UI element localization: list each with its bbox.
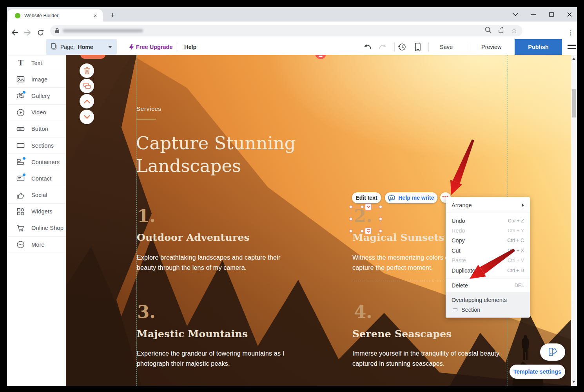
publish-button[interactable]: Publish — [515, 39, 562, 55]
selection-handle[interactable] — [379, 205, 382, 208]
contact-icon — [16, 174, 25, 182]
chevron-down-icon — [84, 115, 90, 119]
drag-down-handle[interactable] — [365, 228, 372, 234]
site-favicon — [15, 13, 20, 18]
feature-number[interactable]: 3. — [137, 302, 156, 322]
page-dropdown-caret-icon — [108, 46, 112, 48]
containers-icon — [16, 158, 25, 166]
chevron-up-icon — [84, 99, 90, 103]
window-maximize-icon[interactable] — [547, 10, 556, 19]
bookmark-star-icon[interactable]: ☆ — [511, 27, 517, 34]
template-settings-button[interactable]: Template settings — [510, 365, 565, 379]
zoom-icon[interactable] — [485, 27, 492, 35]
feature-number[interactable]: 1. — [137, 206, 156, 226]
feature-title[interactable]: Majestic Mountains — [137, 328, 248, 340]
hero-heading[interactable]: Capture Stunning Landscapes — [136, 132, 296, 177]
template-settings-label: Template settings — [513, 369, 561, 375]
selection-handle[interactable] — [361, 229, 364, 233]
history-icon[interactable] — [397, 42, 408, 52]
menu-item-delete[interactable]: Delete DEL — [446, 280, 530, 290]
selection-handle[interactable] — [379, 229, 382, 233]
tab-close-icon[interactable]: × — [92, 12, 99, 19]
section-label-pill[interactable] — [80, 55, 105, 59]
drag-up-handle[interactable] — [365, 204, 372, 210]
selection-handle[interactable] — [379, 217, 382, 220]
page-name-label: Home — [78, 44, 93, 50]
feature-body[interactable]: Witness the mesmerizing colors of captur… — [352, 253, 450, 273]
scroll-up-icon[interactable] — [572, 58, 575, 60]
menu-item-arrange[interactable]: Arrange — [446, 199, 530, 211]
sidebar-item-containers[interactable]: Containers — [7, 154, 65, 170]
selection-handle[interactable] — [349, 229, 352, 233]
edit-text-label: Edit text — [355, 195, 377, 201]
save-button[interactable]: Save — [440, 39, 453, 55]
sidebar-item-widgets[interactable]: Widgets — [7, 204, 65, 220]
menu-item-section[interactable]: Section — [446, 305, 530, 314]
window-minimize-icon[interactable] — [529, 10, 538, 19]
sidebar-item-text[interactable]: T Text — [7, 55, 65, 71]
new-tab-button[interactable]: + — [107, 10, 118, 20]
design-palette-button[interactable] — [540, 343, 565, 361]
browser-navbar: ☆ ⋮ .navbar .navico:last-of-type{color:#… — [7, 22, 577, 39]
menu-item-duplicate[interactable]: Duplicate Ctrl + D — [446, 266, 530, 275]
feature-title[interactable]: Outdoor Adventures — [137, 232, 250, 243]
page-selector[interactable]: Page: Home — [46, 39, 117, 55]
section-rect-icon — [453, 308, 457, 311]
menu-item-copy[interactable]: Copy Ctrl + C — [446, 236, 530, 246]
services-label[interactable]: Services — [136, 105, 161, 112]
sidebar-item-gallery[interactable]: Gallery — [7, 88, 65, 104]
text-icon: T — [16, 59, 25, 67]
sidebar-item-button[interactable]: Button — [7, 121, 65, 137]
reload-icon[interactable] — [35, 27, 46, 38]
sidebar-item-image[interactable]: Image — [7, 71, 65, 88]
menu-item-undo[interactable]: Undo Ctrl + Z — [446, 216, 530, 226]
scroll-down-icon[interactable] — [572, 381, 575, 383]
sidebar-item-more[interactable]: More — [7, 237, 65, 253]
page-scrollbar[interactable] — [571, 55, 577, 386]
address-bar[interactable]: ☆ — [50, 25, 522, 36]
back-icon[interactable] — [9, 27, 20, 38]
sidebar-item-video[interactable]: Video — [7, 105, 65, 121]
help-me-write-button[interactable]: Help me write — [385, 192, 437, 203]
menu-item-cut[interactable]: Cut Ctrl + X — [446, 246, 530, 255]
builder-toolbar: Page: Home Free Upgrade Help — [7, 39, 577, 55]
share-icon[interactable] — [498, 27, 505, 35]
selection-handle[interactable] — [361, 205, 364, 208]
window-chevron-icon[interactable] — [511, 10, 520, 19]
scrollbar-thumb[interactable] — [572, 89, 576, 117]
browser-menu-kebab-icon[interactable]: ⋮ — [565, 27, 576, 38]
window-close-icon[interactable] — [565, 10, 574, 19]
delete-element-button[interactable] — [80, 63, 94, 78]
feature-title[interactable]: Serene Seascapes — [352, 328, 452, 340]
move-down-button[interactable] — [80, 110, 94, 124]
editor-canvas[interactable]: Services Capture Stunning Landscapes 1. … — [66, 55, 571, 386]
feature-body[interactable]: Immerse yourself in the tranquility of c… — [352, 349, 501, 369]
move-up-button[interactable] — [80, 94, 94, 108]
help-me-write-label: Help me write — [398, 195, 434, 201]
sections-icon — [16, 141, 25, 150]
selection-handle[interactable] — [349, 205, 352, 208]
feature-body[interactable]: Explore breathtaking landscapes and capt… — [137, 253, 280, 273]
edit-text-button[interactable]: Edit text — [352, 192, 381, 203]
selection-handle[interactable] — [349, 217, 352, 220]
free-upgrade-label: Free Upgrade — [136, 44, 172, 50]
feature-body[interactable]: Experience the grandeur of towering moun… — [137, 349, 284, 369]
forward-icon[interactable] — [22, 27, 33, 38]
free-upgrade-button[interactable]: Free Upgrade — [129, 39, 172, 55]
mobile-preview-icon[interactable] — [412, 42, 423, 52]
lock-icon — [55, 28, 60, 35]
selection-box[interactable] — [351, 207, 381, 231]
duplicate-element-button[interactable] — [80, 79, 94, 93]
toolbar-menu-icon[interactable] — [568, 44, 576, 50]
sidebar-item-social[interactable]: Social — [7, 187, 65, 204]
undo-icon[interactable] — [363, 42, 374, 52]
menu-item-redo: Redo Ctrl + Y — [446, 226, 530, 235]
browser-tab[interactable]: Website Builder × — [8, 9, 103, 22]
sidebar-item-online-shop[interactable]: Online Shop — [7, 220, 65, 237]
sidebar-item-sections[interactable]: Sections — [7, 137, 65, 154]
feature-number[interactable]: 4. — [354, 302, 372, 322]
menu-item-paste: Paste Ctrl + V — [446, 256, 530, 266]
sidebar-item-contact[interactable]: Contact — [7, 170, 65, 187]
help-button[interactable]: Help — [184, 39, 196, 55]
preview-button[interactable]: Preview — [481, 39, 502, 55]
